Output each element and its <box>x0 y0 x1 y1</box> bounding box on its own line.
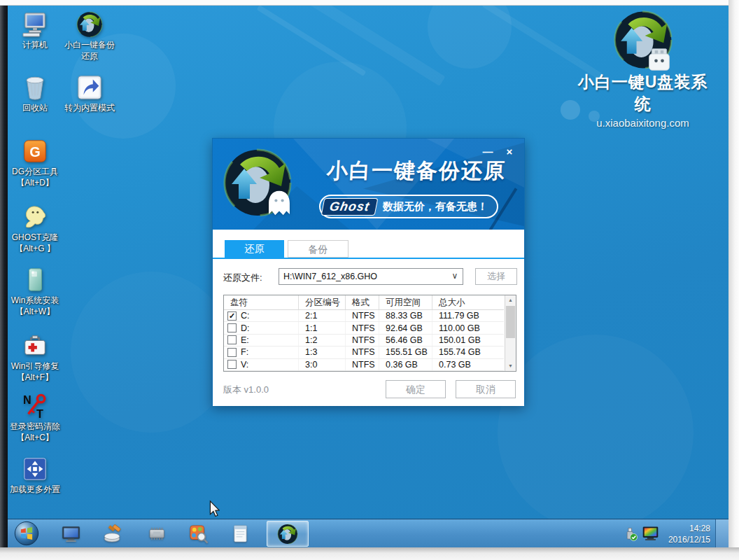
format-cell: NTFS <box>346 346 379 358</box>
tray-display-settings-icon[interactable] <box>641 524 660 543</box>
desktop-icon-load-more[interactable]: 加载更多外置 <box>8 456 67 496</box>
desktop-icon-label: 【Alt+F】 <box>8 372 67 384</box>
drive-cell: E: <box>224 335 299 346</box>
ghost-slogan: 数据无价，有备无患！ <box>383 200 488 214</box>
clock-date: 2016/12/15 <box>668 534 710 545</box>
expand-arrows-icon <box>22 456 48 482</box>
column-header: 分区编号 <box>299 295 346 309</box>
wallpaper-decoration <box>71 272 232 433</box>
desktop-icon-internal-mode[interactable]: 转为内置模式 <box>57 74 122 114</box>
desktop-icon-win-install[interactable]: Win系统安装 【Alt+W】 <box>8 267 67 317</box>
desktop-icon-label: Win系统安装 <box>8 295 67 307</box>
total-size-cell: 111.79 GB <box>432 310 504 321</box>
desktop-icon-password-clear[interactable]: 登录密码清除 【Alt+C】 <box>8 393 67 443</box>
desktop-icon-backup-restore[interactable]: 小白一键备份 还原 <box>57 11 122 62</box>
table-row[interactable]: V: 3:0 NTFS 0.36 GB 0.73 GB <box>224 359 504 371</box>
recycle-bin-icon <box>22 74 48 101</box>
free-space-cell: 56.46 GB <box>379 335 432 346</box>
table-row[interactable]: E: 1:2 NTFS 56.46 GB 150.01 GB <box>224 335 504 346</box>
desktop-icon-label: 【Alt+C】 <box>8 433 67 444</box>
scroll-up-icon[interactable]: ▲ <box>505 295 516 305</box>
drive-cell: D: <box>224 322 299 333</box>
format-cell: NTFS <box>346 322 379 333</box>
partition-rows: ✓ C: 2:1 NTFS 88.33 GB 111.79 GB D: 1:1 … <box>224 310 516 371</box>
restore-file-combobox[interactable]: ∨ <box>279 268 463 285</box>
ghost-icon <box>263 187 295 219</box>
table-row[interactable]: F: 1:3 NTFS 155.51 GB 155.74 GB <box>224 346 504 358</box>
desktop-icon-label: GHOST克隆 <box>8 232 67 244</box>
drive-label: E: <box>241 335 249 345</box>
partition-cell: 1:3 <box>299 346 346 358</box>
minimize-button[interactable]: — <box>481 144 494 160</box>
table-scrollbar[interactable]: ▲ ▼ <box>505 295 516 371</box>
format-cell: NTFS <box>346 335 379 346</box>
start-button[interactable] <box>14 521 39 546</box>
table-row[interactable]: ✓ C: 2:1 NTFS 88.33 GB 111.79 GB <box>224 310 504 322</box>
scroll-down-icon[interactable]: ▼ <box>505 361 516 371</box>
drive-cell: ✓ C: <box>224 310 299 321</box>
tab-backup[interactable]: 备份 <box>288 240 349 258</box>
page-margin-right <box>729 0 739 547</box>
desktop-icon-ghost-clone[interactable]: GHOST克隆 【Alt+G 】 <box>8 204 67 254</box>
row-checkbox[interactable] <box>227 360 237 369</box>
drive-cell: V: <box>224 359 299 370</box>
desktop-icon-label: 还原 <box>57 51 122 62</box>
row-checkbox[interactable]: ✓ <box>227 312 237 321</box>
desktop-icon-dg-partition[interactable]: DG分区工具 【Alt+D】 <box>8 138 67 188</box>
row-checkbox[interactable] <box>227 335 237 344</box>
tab-underline <box>213 258 524 259</box>
mouse-cursor <box>208 500 220 518</box>
select-button[interactable]: 选择 <box>475 268 517 285</box>
scrollbar-thumb[interactable] <box>506 306 515 338</box>
nt-key-icon <box>22 393 48 419</box>
row-checkbox[interactable] <box>227 323 237 332</box>
brand-title: 小白一键U盘装系统 <box>571 71 715 115</box>
shortcut-arrow-icon <box>76 74 103 101</box>
desktop-icon-label: DG分区工具 <box>8 167 67 178</box>
restore-file-input[interactable] <box>279 269 447 284</box>
brand-logo <box>613 10 673 70</box>
chevron-down-icon[interactable]: ∨ <box>447 269 463 284</box>
drive-label: D: <box>241 323 250 333</box>
taskbar-memory-icon[interactable] <box>146 524 167 544</box>
tab-restore[interactable]: 还原 <box>225 240 284 258</box>
total-size-cell: 110.00 GB <box>432 322 504 333</box>
total-size-cell: 0.73 GB <box>432 359 504 370</box>
show-desktop-button[interactable] <box>715 519 729 547</box>
desktop-icon-boot-repair[interactable]: Win引导修复 【Alt+F】 <box>8 332 67 383</box>
taskbar-active-app-backup[interactable] <box>267 521 309 547</box>
ghost-icon <box>22 204 48 230</box>
table-row[interactable]: D: 1:1 NTFS 92.64 GB 110.00 GB <box>224 322 504 334</box>
row-checkbox[interactable] <box>227 348 237 357</box>
sync-arrows-icon <box>277 524 298 545</box>
partition-cell: 3:0 <box>299 359 346 370</box>
checkmark-icon: ✓ <box>229 312 235 320</box>
partition-table: 盘符 分区编号 格式 可用空间 总大小 ✓ C: 2:1 NTFS 88.33 … <box>223 295 516 372</box>
taskbar-clock[interactable]: 14:28 2016/12/15 <box>668 523 710 545</box>
partition-cell: 2:1 <box>299 310 346 321</box>
brand-logo-block: 小白一键U盘装系统 u.xiaobaixitong.com <box>571 10 715 129</box>
total-size-cell: 150.01 GB <box>432 335 504 346</box>
taskbar-display-icon[interactable] <box>61 524 81 544</box>
ok-button[interactable]: 确定 <box>386 380 446 398</box>
dialog-banner: 小白一键备份还原 Ghost 数据无价，有备无患！ — × <box>213 139 524 230</box>
total-size-cell: 155.74 GB <box>432 346 504 358</box>
taskbar: 14:28 2016/12/15 <box>8 519 729 547</box>
close-button[interactable]: × <box>503 144 516 160</box>
dialog-body: 还原 备份 还原文件: ∨ 选择 盘符 分区编号 格式 可用空间 总大小 ✓ <box>213 230 524 406</box>
sync-arrows-icon <box>76 11 103 38</box>
drive-label: F: <box>241 347 248 357</box>
taskbar-paint-tool-icon[interactable] <box>188 524 209 544</box>
dialog-logo <box>223 148 293 218</box>
taskbar-notepad-icon[interactable] <box>230 524 251 544</box>
column-header: 总大小 <box>432 295 504 309</box>
taskbar-disk-cleanup-icon[interactable] <box>103 524 123 544</box>
drive-cell: F: <box>224 346 299 358</box>
cancel-button[interactable]: 取消 <box>456 380 516 398</box>
ghost-badge: Ghost 数据无价，有备无患！ <box>319 195 498 218</box>
tray-usb-safely-remove-icon[interactable] <box>621 525 639 542</box>
desktop-icon-label: 转为内置模式 <box>57 103 122 114</box>
backup-restore-dialog: 小白一键备份还原 Ghost 数据无价，有备无患！ — × 还原 备份 还原文件… <box>212 138 525 405</box>
dialog-title: 小白一键备份还原 <box>326 157 521 186</box>
desktop-icon-label: 【Alt+G 】 <box>8 244 67 255</box>
